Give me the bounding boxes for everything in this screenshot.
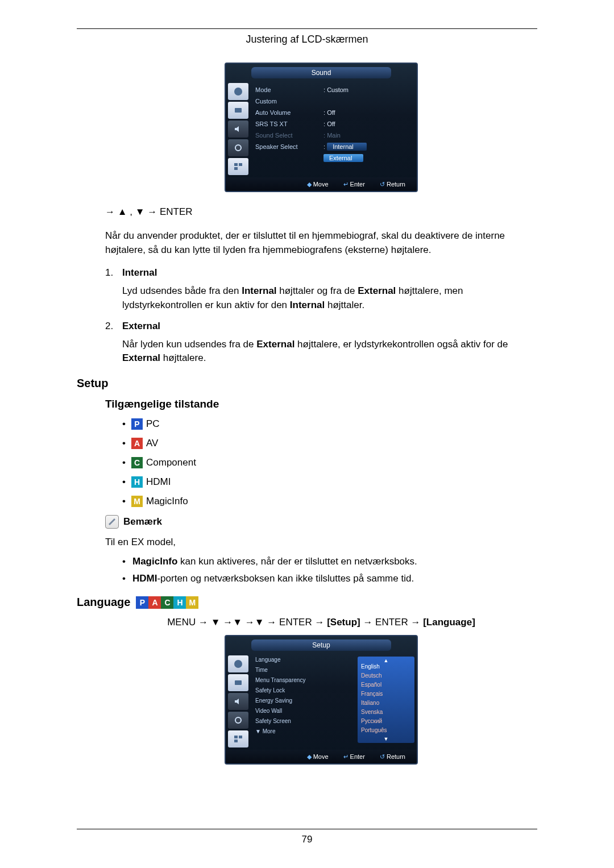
setup-item: Language [255, 657, 354, 667]
language-dropdown: ▲ English Deutsch Español Français Itali… [358, 657, 414, 743]
note-intro: Til en EX model, [105, 535, 537, 550]
svg-rect-7 [235, 680, 242, 685]
svg-point-6 [234, 660, 242, 668]
svg-point-8 [235, 717, 241, 723]
input-icon [228, 102, 248, 119]
nav-sequence: → ▲ , ▼ → ENTER [105, 206, 537, 218]
setup-heading: Setup [77, 377, 537, 390]
language-option: Português [358, 727, 414, 736]
osd-title: Sound [251, 67, 391, 78]
page-header: Justering af LCD-skærmen [77, 34, 537, 45]
picture-icon [228, 655, 248, 672]
list-title: Internal [122, 267, 157, 279]
setup-icon [228, 139, 248, 156]
note-bullet: MagicInfo kan kun aktiveres, når der er … [122, 556, 537, 567]
osd-footer-return: ↺ Return [380, 753, 405, 761]
osd-row-label: Auto Volume [255, 109, 323, 116]
setup-item: Energy Saving [255, 697, 354, 708]
language-option: Русский [358, 718, 414, 727]
language-option: Français [358, 691, 414, 700]
osd-row-label: Custom [255, 98, 323, 105]
osd-row-value: : Main [323, 132, 341, 139]
setup-item: Time [255, 667, 354, 677]
osd-footer-enter: ↵ Enter [343, 753, 365, 761]
note-bullet: HDMI-porten og netværksboksen kan ikke t… [122, 573, 537, 584]
osd-row-value: : Internal [323, 143, 367, 151]
picture-icon [228, 83, 248, 100]
svg-rect-10 [239, 736, 242, 738]
osd-row-label: Sound Select [255, 132, 323, 139]
osd-option-external: External [323, 154, 363, 162]
osd-row-label: Speaker Select [255, 143, 323, 150]
setup-item: Safety Screen [255, 718, 354, 728]
svg-rect-9 [234, 736, 238, 738]
svg-rect-3 [234, 163, 238, 166]
language-option: English [358, 663, 414, 672]
badge-strip: P A C H M [136, 596, 198, 609]
setup-item: Menu Transparency [255, 677, 354, 687]
sound-icon [228, 121, 248, 138]
language-option: Italiano [358, 700, 414, 709]
osd-footer-return: ↺ Return [380, 181, 405, 188]
osd-setup-screenshot: Setup Language Time Menu Transparency Sa… [225, 635, 418, 765]
multi-icon [228, 730, 248, 747]
mode-item-hdmi: •HHDMI [122, 476, 537, 488]
setup-more: ▼ More [255, 728, 354, 738]
svg-point-0 [234, 88, 242, 95]
osd-row-label: Mode [255, 86, 323, 93]
svg-rect-1 [235, 108, 242, 113]
svg-point-2 [235, 145, 241, 151]
list-desc: Lyd udsendes både fra den Internal højtt… [122, 284, 537, 312]
note-icon [105, 515, 119, 529]
mode-item-av: •AAV [122, 438, 537, 449]
osd-row-value: : Off [323, 121, 335, 127]
setup-item: Video Wall [255, 708, 354, 718]
available-modes-heading: Tilgængelige tilstande [105, 398, 537, 410]
language-option: Deutsch [358, 672, 414, 682]
osd-row-label: SRS TS XT [255, 121, 323, 127]
multi-icon [228, 158, 248, 175]
mode-item-component: •CComponent [122, 457, 537, 468]
sound-icon [228, 693, 248, 710]
list-desc: Når lyden kun udsendes fra de External h… [122, 338, 537, 366]
osd-sound-screenshot: Sound Mode: Custom Custom Auto Volume: O… [225, 63, 418, 192]
osd-title: Setup [251, 639, 391, 651]
input-icon [228, 674, 248, 691]
osd-footer-move: ◆ Move [307, 753, 329, 761]
language-option: Svenska [358, 709, 414, 718]
list-number: 2. [105, 321, 122, 332]
list-number: 1. [105, 267, 122, 279]
intro-paragraph: Når du anvender produktet, der er tilslu… [105, 229, 537, 257]
svg-rect-11 [234, 740, 238, 742]
list-title: External [122, 321, 160, 332]
svg-rect-5 [234, 167, 238, 170]
osd-footer-enter: ↵ Enter [343, 181, 365, 188]
osd-row-value: : Custom [323, 86, 349, 93]
osd-footer-move: ◆ Move [307, 181, 329, 188]
menu-path: MENU → ▼ →▼ →▼ → ENTER → [Setup] → ENTER… [105, 617, 537, 628]
svg-rect-4 [239, 163, 242, 166]
page-number: 79 [77, 834, 537, 845]
scroll-down-icon: ▼ [358, 736, 414, 742]
osd-row-value: : Off [323, 109, 335, 116]
note-label: Bemærk [123, 516, 162, 528]
setup-icon [228, 712, 248, 729]
mode-item-pc: •PPC [122, 418, 537, 430]
language-option: Español [358, 682, 414, 691]
setup-item: Safety Lock [255, 687, 354, 697]
language-heading: Language [77, 596, 130, 609]
scroll-up-icon: ▲ [358, 658, 414, 663]
mode-item-magicinfo: •MMagicInfo [122, 496, 537, 507]
